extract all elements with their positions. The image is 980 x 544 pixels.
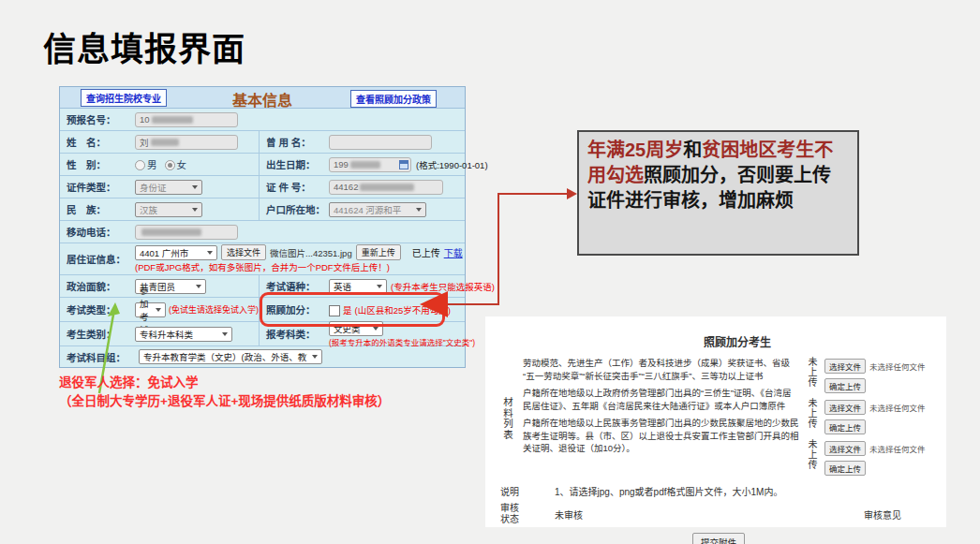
upload-group-3: 未上传 选择文件 未选择任何文件 确定上传 (806, 439, 937, 476)
chevron-down-icon (207, 251, 213, 255)
bonus-panel: 照顾加分考生 材料列表 劳动模范、先进生产（工作）者及科技进步（成果）奖获证书、… (485, 316, 946, 527)
material-item: 劳动模范、先进生产（工作）者及科技进步（成果）奖获证书、省级“五一劳动奖章”“新… (523, 357, 800, 382)
residence-city-select[interactable]: 4401 广州市 (135, 245, 217, 260)
upload-group-2: 未上传 选择文件 未选择任何文件 确定上传 (806, 398, 937, 434)
audit-status-value: 未审核 (555, 507, 583, 522)
row-subject-group: 考试科目组： 专升本教育学类（文史）(政治、外语、教育理论) (60, 346, 465, 367)
chevron-down-icon (312, 355, 318, 359)
hukou-value: 441624 河源和平 (334, 203, 401, 216)
hukou-select[interactable]: 441624 河源和平 (329, 202, 426, 217)
view-bonus-policy-button[interactable]: 查看照顾加分政策 (350, 90, 437, 108)
row-id: 证件类型： 身份证 证 件 号： 44162 (60, 176, 465, 198)
download-link[interactable]: 下载 (444, 245, 463, 259)
note-text: 1、请选择jpg、png或者pdf格式图片文件，大小1M内。 (555, 484, 782, 498)
bonus-checkbox[interactable] (329, 305, 340, 316)
query-colleges-button[interactable]: 查询招生院校专业 (81, 89, 167, 107)
radio-male-icon[interactable] (135, 160, 145, 170)
id-no-value: 44162 (334, 182, 358, 192)
chevron-down-icon (373, 327, 379, 331)
choose-file-button[interactable]: 选择文件 (824, 359, 866, 374)
basic-info-form: 查询招生院校专业 基本信息 查看照顾加分政策 预报名号： 10 姓 名： 刘 曾… (59, 86, 466, 368)
gender-label: 性 别： (60, 157, 135, 171)
calendar-icon[interactable] (399, 160, 408, 169)
hukou-label: 户口所在地： (260, 202, 329, 216)
form-title: 基本信息 (232, 88, 292, 110)
veteran-note: 退役军人选择：免试入学 （全日制大专学历+退役军人证+现场提供纸质版材料审核） (59, 374, 390, 411)
subject-label: 报考科类： (260, 327, 329, 341)
confirm-upload-button[interactable]: 确定上传 (824, 419, 866, 434)
subject-group-select[interactable]: 专升本教育学类（文史）(政治、外语、教育理论) (139, 349, 322, 364)
row-gender-birth: 性 别： 男 女 出生日期： 199 (格式:1990-01-01) (60, 154, 465, 176)
chevron-down-icon (156, 308, 161, 312)
name-label: 姓 名： (60, 135, 135, 149)
page-title: 信息填报界面 (43, 22, 245, 70)
name-value: 刘 (140, 136, 149, 149)
radio-female-icon[interactable] (165, 160, 175, 170)
chevron-down-icon (192, 208, 198, 212)
bonus-panel-title: 照顾加分考生 (538, 333, 937, 349)
id-no-label: 证 件 号： (260, 180, 329, 194)
chevron-down-icon (222, 332, 228, 336)
gender-male-label: 男 (147, 157, 157, 171)
subject-select[interactable]: 文史类 (329, 321, 383, 336)
exam-type-select[interactable]: 参加考试 (135, 302, 166, 317)
exam-type-note: (免试生请选择免试入学) (169, 303, 259, 316)
submit-attachments-button[interactable]: 提交附件 (692, 533, 745, 544)
no-file-text: 未选择任何文件 (869, 443, 926, 454)
redacted-value (360, 184, 414, 191)
residence-filename: 微信图片...42351.jpg (270, 246, 352, 259)
choose-file-button[interactable]: 选择文件 (824, 400, 866, 415)
birth-label: 出生日期： (260, 157, 329, 171)
upload-status-label: 未上传 (806, 439, 819, 476)
id-type-value: 身份证 (140, 181, 167, 194)
choose-file-button[interactable]: 选择文件 (221, 244, 266, 260)
audit-opinion-label: 审核意见 (864, 507, 901, 522)
name-input[interactable]: 刘 (135, 135, 238, 150)
category-select[interactable]: 专科升本科类 (135, 327, 232, 342)
id-no-input[interactable]: 44162 (329, 180, 443, 195)
reupload-button[interactable]: 重新上传 (356, 244, 401, 260)
chevron-down-icon (192, 185, 198, 189)
bonus-yes-label: 是 (343, 303, 352, 316)
no-file-text: 未选择任何文件 (869, 402, 926, 413)
exam-lang-label: 考试语种： (260, 279, 329, 293)
upload-status-label: 未上传 (806, 357, 819, 393)
uploaded-status: 已上传 (412, 245, 440, 259)
bonus-label: 照顾加分： (260, 302, 329, 316)
phone-label: 移动电话： (60, 225, 135, 239)
confirm-upload-button[interactable]: 确定上传 (824, 378, 866, 393)
subject-note: (报考专升本的外语类专业请选择"文史类") (329, 336, 475, 347)
exam-lang-select[interactable]: 英语 (329, 279, 387, 294)
chevron-down-icon (377, 285, 382, 288)
prereg-label: 预报名号： (60, 112, 135, 126)
row-name: 姓 名： 刘 曾 用 名： (60, 131, 465, 154)
birth-input[interactable]: 199 (329, 157, 411, 172)
id-type-label: 证件类型： (60, 180, 135, 194)
category-label: 考生类别： (60, 327, 135, 341)
material-item: 户籍所在地地级以上民族事务管理部门出具的少数民族聚居地的少数民族考生证明等。县（… (523, 417, 800, 455)
choose-file-button[interactable]: 选择文件 (824, 441, 866, 456)
chevron-down-icon (196, 285, 201, 288)
birth-format-hint: (格式:1990-01-01) (416, 158, 488, 171)
redacted-value (151, 139, 179, 146)
audit-status-label: 审核状态 (500, 503, 523, 525)
prereg-input[interactable]: 10 (135, 112, 238, 127)
red-arrow-right-icon (567, 188, 577, 199)
subject-group-value: 专升本教育学类（文史）(政治、外语、教育理论) (143, 350, 307, 363)
note-label: 说明 (500, 484, 532, 498)
row-category-subject: 考生类别： 专科升本科类 报考科类： 文史类 (报考专升本的外语类专业请选择"文… (60, 322, 465, 346)
row-phone: 移动电话： (60, 221, 465, 243)
former-name-input[interactable] (329, 135, 432, 150)
row-political-lang: 政治面貌： 共青团员 考试语种： 英语 (专升本考生只能选报英语) (60, 275, 465, 298)
phone-input[interactable] (135, 225, 238, 240)
residence-label: 居住证信息： (60, 252, 135, 266)
id-type-select[interactable]: 身份证 (135, 180, 202, 195)
exam-type-label: 考试类型： (60, 302, 135, 316)
subject-value: 文史类 (334, 322, 361, 335)
ethnic-select[interactable]: 汉族 (135, 202, 202, 217)
prereg-value: 10 (140, 114, 150, 125)
confirm-upload-button[interactable]: 确定上传 (824, 461, 866, 476)
category-value: 专科升本科类 (140, 328, 193, 341)
row-ethnic-hukou: 民 族： 汉族 户口所在地： 441624 河源和平 (60, 198, 465, 221)
exam-lang-note: (专升本考生只能选报英语) (391, 280, 495, 293)
